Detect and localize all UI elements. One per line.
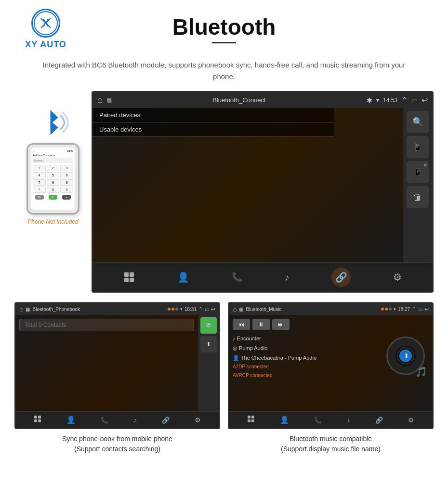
ms-home-icon[interactable]: ⌂ bbox=[233, 305, 237, 313]
svg-rect-11 bbox=[34, 416, 37, 418]
music-block: ⌂ ▦ Bluetooth_Music ▾ 18:27 ⌃ ▭ ↩ bbox=[228, 302, 434, 454]
track3-icon: 👤 bbox=[233, 355, 241, 361]
bluetooth-signal-icon bbox=[34, 106, 72, 139]
music-screen: ⌂ ▦ Bluetooth_Music ▾ 18:27 ⌃ ▭ ↩ bbox=[228, 302, 434, 429]
pb-music-icon[interactable]: ♪ bbox=[133, 416, 137, 424]
music-controls: ⏮ ⏸ ⏭ bbox=[233, 319, 429, 330]
svg-rect-21 bbox=[251, 419, 254, 422]
device-list: Paired devices Usable devices bbox=[92, 108, 334, 137]
car-status-bar: ✱ ▾ 14:53 ⌃ ▭ ↩ bbox=[367, 95, 428, 105]
back-icon[interactable]: ↩ bbox=[422, 95, 428, 105]
phone-settings-button[interactable]: 📱⚙ bbox=[407, 161, 429, 183]
page-subtitle: Integrated with BC6 Bluetooth module, su… bbox=[0, 54, 448, 91]
pb-app-title: Bluetooth_Phonebook bbox=[32, 307, 79, 312]
car-content: Paired devices Usable devices 🔍 📱 📱⚙ 🗑 bbox=[92, 108, 433, 262]
pb-wifi-icon: ▾ bbox=[180, 307, 183, 311]
car-top-bar: ⌂ ▦ Bluetooth_Connect ✱ ▾ 14:53 ⌃ ▭ ↩ bbox=[92, 92, 433, 108]
car-sidebar: 🔍 📱 📱⚙ 🗑 bbox=[403, 108, 433, 262]
page-title: Bluetooth bbox=[77, 15, 371, 40]
pb-link-icon[interactable]: 🔗 bbox=[162, 417, 170, 424]
contacts-search[interactable] bbox=[19, 319, 194, 331]
play-pause-button[interactable]: ⏸ bbox=[252, 319, 270, 330]
phonebook-screen: ⌂ ▦ Bluetooth_Phonebook ▾ 18:31 ⌃ ▭ ↩ bbox=[14, 302, 220, 429]
ms-contacts-icon[interactable]: 👤 bbox=[280, 416, 289, 424]
usable-devices-item[interactable]: Usable devices bbox=[92, 122, 334, 137]
pb-window-icon[interactable]: ▭ bbox=[205, 307, 209, 312]
home-icon[interactable]: ⌂ bbox=[97, 95, 103, 105]
svg-rect-20 bbox=[248, 419, 250, 422]
rewind-button[interactable]: ⏮ bbox=[233, 319, 250, 330]
ms-grid-icon[interactable] bbox=[247, 415, 255, 425]
music-note-icon: 🎵 bbox=[415, 366, 427, 378]
brand-name: XY AUTO bbox=[25, 40, 66, 50]
delete-button[interactable]: 🗑 bbox=[407, 186, 429, 208]
phonebook-content: ✆ ⬆ bbox=[15, 315, 219, 411]
car-app-title: Bluetooth_Connect bbox=[212, 96, 266, 104]
wifi-icon: ▾ bbox=[376, 97, 379, 104]
bottom-screens: ⌂ ▦ Bluetooth_Phonebook ▾ 18:31 ⌃ ▭ ↩ bbox=[0, 302, 448, 454]
svg-rect-18 bbox=[248, 416, 250, 418]
grid-icon[interactable] bbox=[123, 271, 135, 283]
pb-time: 18:31 bbox=[184, 307, 197, 312]
track1-name: Encounter bbox=[237, 336, 261, 341]
car-nav-icons: ⌂ ▦ bbox=[97, 95, 112, 105]
pb-back-icon[interactable]: ↩ bbox=[211, 306, 215, 312]
forward-button[interactable]: ⏭ bbox=[272, 319, 290, 330]
contacts-icon[interactable]: 👤 bbox=[177, 271, 189, 283]
ms-settings-icon[interactable]: ⚙ bbox=[408, 416, 414, 424]
pb-grid-icon[interactable] bbox=[34, 415, 41, 425]
ms-time: 18:27 bbox=[398, 307, 410, 312]
search-button[interactable]: 🔍 bbox=[407, 111, 429, 133]
svg-marker-4 bbox=[51, 110, 58, 135]
svg-rect-8 bbox=[130, 272, 134, 277]
ms-window-icon[interactable]: ▭ bbox=[418, 307, 422, 312]
phonebook-block: ⌂ ▦ Bluetooth_Phonebook ▾ 18:31 ⌃ ▭ ↩ bbox=[14, 302, 220, 454]
phone-not-included-label: Phone Not Included bbox=[27, 218, 78, 225]
music-main: ⏮ ⏸ ⏭ bbox=[229, 315, 433, 411]
main-screen-wrapper: ← NFC Add to Contacts Number... 123 456 … bbox=[0, 91, 448, 293]
phone-mockup: ← NFC Add to Contacts Number... 123 456 … bbox=[26, 143, 79, 215]
svg-rect-9 bbox=[124, 278, 129, 282]
svg-rect-19 bbox=[251, 416, 254, 418]
svg-rect-10 bbox=[130, 278, 134, 282]
title-underline bbox=[212, 42, 236, 43]
music-content: ⏮ ⏸ ⏭ bbox=[229, 315, 433, 411]
pb-contacts-icon[interactable]: 👤 bbox=[66, 416, 76, 424]
phone-button[interactable]: 📱 bbox=[407, 136, 429, 158]
phonebook-caption: Sync phone-book from mobile phone (Suppo… bbox=[14, 434, 220, 454]
pb-home-icon[interactable]: ⌂ bbox=[19, 305, 23, 313]
pb-expand-icon[interactable]: ⌃ bbox=[198, 306, 203, 312]
ms-app-title: Bluetooth_Music bbox=[246, 307, 281, 312]
ms-link-icon[interactable]: 🔗 bbox=[375, 417, 383, 424]
ms-expand-icon[interactable]: ⌃ bbox=[412, 306, 416, 312]
track3-name: The Cheebacabra - Pump Audio bbox=[241, 355, 316, 361]
settings-icon[interactable]: ⚙ bbox=[393, 271, 402, 283]
pb-signal bbox=[168, 308, 178, 310]
svg-rect-13 bbox=[34, 419, 37, 422]
car-main-area: Paired devices Usable devices bbox=[92, 108, 403, 262]
music-top-bar: ⌂ ▦ Bluetooth_Music ▾ 18:27 ⌃ ▭ ↩ bbox=[229, 303, 433, 315]
ms-call-icon[interactable]: 📞 bbox=[314, 417, 322, 424]
ms-sd-icon: ▦ bbox=[239, 307, 243, 312]
car-bottom-nav: 👤 📞 ♪ 🔗 ⚙ bbox=[92, 262, 433, 292]
album-art: 🎵 bbox=[386, 337, 425, 375]
ms-music-icon[interactable]: ♪ bbox=[347, 416, 350, 424]
expand-icon[interactable]: ⌃ bbox=[401, 95, 408, 105]
call-icon[interactable]: 📞 bbox=[232, 272, 242, 283]
phonebook-main bbox=[15, 315, 198, 411]
phone-aside: ← NFC Add to Contacts Number... 123 456 … bbox=[14, 91, 92, 225]
link-icon[interactable]: 🔗 bbox=[331, 268, 351, 287]
car-time: 14:53 bbox=[383, 97, 397, 104]
pb-upload-btn[interactable]: ⬆ bbox=[200, 336, 217, 352]
paired-devices-item[interactable]: Paired devices bbox=[92, 108, 334, 122]
phonebook-sidebar: ✆ ⬆ bbox=[198, 315, 219, 411]
sd-icon: ▦ bbox=[106, 97, 112, 104]
music-icon[interactable]: ♪ bbox=[284, 272, 289, 283]
window-icon[interactable]: ▭ bbox=[411, 96, 418, 104]
pb-settings-icon[interactable]: ⚙ bbox=[195, 416, 201, 424]
ms-back-icon[interactable]: ↩ bbox=[424, 306, 429, 312]
header: X XY AUTO Bluetooth bbox=[0, 0, 448, 54]
pb-call-icon[interactable]: 📞 bbox=[101, 417, 108, 424]
pb-call-btn[interactable]: ✆ bbox=[200, 317, 217, 334]
ms-signal bbox=[381, 308, 392, 310]
